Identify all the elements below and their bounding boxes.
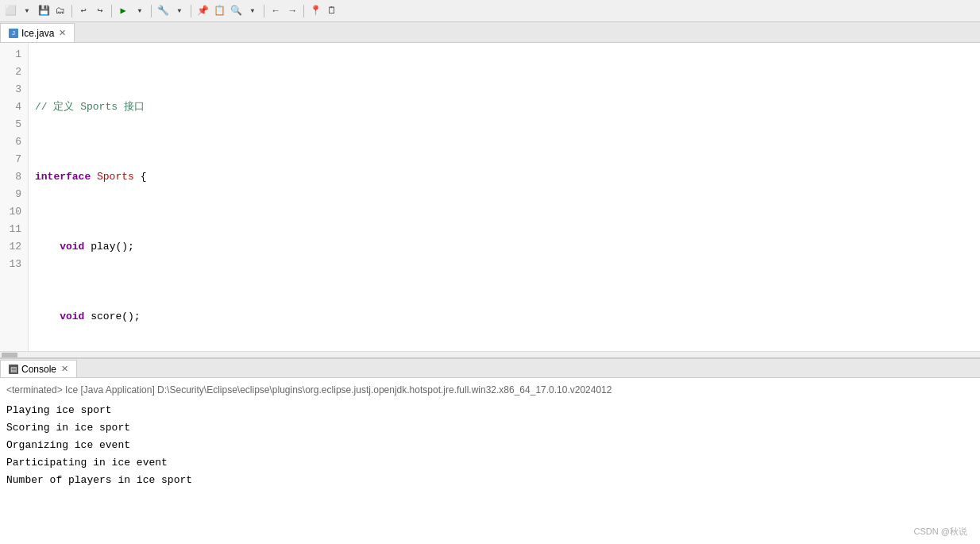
undo-icon[interactable]: ↩ (76, 4, 91, 18)
line-num-5: 5 (6, 116, 21, 133)
line-num-13: 13 (6, 256, 21, 273)
save-icon[interactable]: 💾 (37, 4, 51, 18)
method-score: score(); (84, 311, 140, 322)
line-num-1: 1 (6, 46, 21, 64)
line-num-6: 6 (6, 133, 21, 151)
console-tab[interactable]: ▤ Console ✕ (0, 360, 77, 377)
console-tab-label: Console (21, 364, 56, 375)
save-all-icon[interactable]: 🗂 (53, 4, 68, 18)
search-dropdown-icon[interactable]: ▼ (245, 4, 260, 18)
horizontal-scrollbar[interactable] (0, 351, 980, 357)
classname-sports: Sports (91, 171, 134, 183)
code-line-1: // 定义 Sports 接口 (35, 98, 974, 116)
console-output-line-4: Participating in ice event (6, 454, 974, 472)
code-line-4: void score(); (35, 308, 974, 326)
brace-open-1: { (134, 171, 147, 183)
bookmark-icon[interactable]: 📌 (195, 4, 210, 18)
tab-filename: Ice.java (21, 28, 54, 39)
line-num-8: 8 (6, 168, 21, 186)
console-output: <terminated> Ice [Java Application] D:\S… (0, 378, 980, 544)
search-icon[interactable]: 🔍 (229, 4, 243, 18)
code-line-3: void play(); (35, 238, 974, 256)
watermark: CSDN @秋说 (914, 526, 967, 538)
code-content[interactable]: // 定义 Sports 接口 interface Sports { void … (29, 43, 980, 351)
keyword-void-1: void (60, 241, 84, 253)
keyword-void-2: void (60, 311, 84, 322)
prev-edit-icon[interactable]: ← (268, 4, 283, 18)
method-play: play(); (84, 241, 133, 253)
task-icon[interactable]: 📋 (212, 4, 226, 18)
open-type-icon[interactable]: 🗒 (325, 4, 339, 18)
line-num-10: 10 (6, 203, 21, 221)
separator-5 (264, 5, 264, 17)
pin-icon[interactable]: 📍 (308, 4, 322, 18)
separator-3 (151, 5, 152, 17)
comment-1: // 定义 Sports 接口 (35, 101, 145, 113)
console-icon: ▤ (9, 365, 18, 374)
console-output-line-1: Playing ice sport (6, 402, 974, 419)
line-num-2: 2 (6, 64, 21, 81)
line-num-3: 3 (6, 81, 21, 98)
code-editor: 1 2 3 4 5 6 7 8 9 10 11 12 13 // 定义 Spor… (0, 43, 980, 351)
code-line-2: interface Sports { (35, 168, 974, 186)
console-tab-bar: ▤ Console ✕ (0, 359, 980, 378)
tab-close-button[interactable]: ✕ (59, 28, 66, 38)
scrollbar-thumb[interactable] (2, 353, 17, 357)
console-output-line-3: Organizing ice event (6, 437, 974, 454)
separator-4 (191, 5, 191, 17)
ice-java-tab[interactable]: J Ice.java ✕ (0, 23, 75, 42)
console-terminated-text: <terminated> Ice [Java Application] D:\S… (6, 381, 974, 399)
keyword-interface-1: interface (35, 171, 91, 183)
toolbar: ⬜ ▼ 💾 🗂 ↩ ↪ ▶ ▼ 🔧 ▼ 📌 📋 🔍 ▼ ← → 📍 🗒 (0, 0, 980, 22)
line-num-11: 11 (6, 221, 21, 238)
java-file-icon: J (9, 29, 18, 38)
new-file-icon[interactable]: ⬜ (3, 4, 17, 18)
next-edit-icon[interactable]: → (285, 4, 299, 18)
debug-icon[interactable]: ▶ (116, 4, 130, 18)
line-num-12: 12 (6, 238, 21, 256)
line-num-7: 7 (6, 151, 21, 168)
redo-icon[interactable]: ↪ (93, 4, 107, 18)
separator-1 (71, 5, 72, 17)
line-num-9: 9 (6, 186, 21, 203)
build-icon[interactable]: 🔧 (156, 4, 170, 18)
editor-container: J Ice.java ✕ 1 2 3 4 5 6 7 8 9 10 11 12 … (0, 22, 980, 357)
console-close-button[interactable]: ✕ (61, 364, 68, 374)
line-numbers: 1 2 3 4 5 6 7 8 9 10 11 12 13 (0, 43, 29, 351)
console-output-line-5: Number of players in ice sport (6, 472, 974, 489)
dropdown-arrow-icon[interactable]: ▼ (20, 4, 34, 18)
debug-dropdown-icon[interactable]: ▼ (133, 4, 147, 18)
line-num-4: 4 (6, 98, 21, 116)
editor-tab-bar: J Ice.java ✕ (0, 22, 980, 43)
console-container: ▤ Console ✕ <terminated> Ice [Java Appli… (0, 357, 980, 544)
separator-6 (303, 5, 304, 17)
build-dropdown-icon[interactable]: ▼ (172, 4, 187, 18)
separator-2 (111, 5, 112, 17)
console-output-line-2: Scoring in ice sport (6, 419, 974, 437)
